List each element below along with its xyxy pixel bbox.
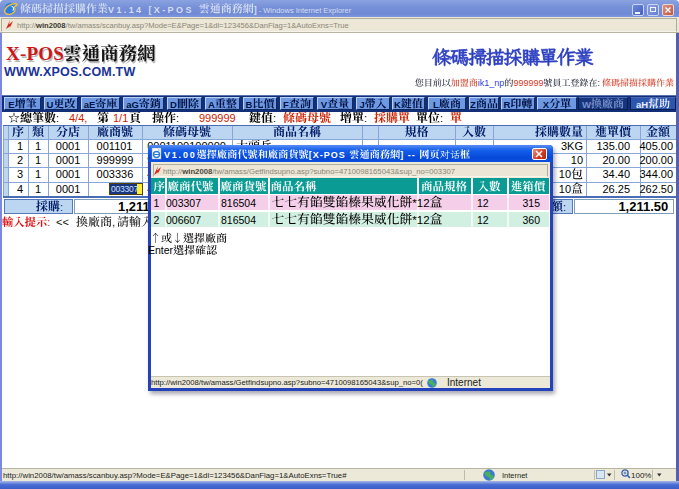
svg-text:1: 1 [154,197,160,209]
svg-text:2: 2 [154,214,160,226]
svg-text:V1.00: V1.00 [164,150,197,160]
svg-text:*12: *12 [412,197,429,209]
svg-text:Internet: Internet [447,377,481,388]
svg-text:360: 360 [523,214,541,226]
svg-text:816504: 816504 [221,197,256,209]
svg-text:315: 315 [523,197,541,209]
svg-text:win2008: win2008 [181,167,213,176]
svg-text:003307: 003307 [166,197,201,209]
svg-text:http://win2008/tw/amass/Getfin: http://win2008/tw/amass/Getfindsupno.asp… [151,378,423,387]
svg-text:Enter: Enter [148,244,174,256]
svg-text:[X-POS: [X-POS [309,150,346,160]
svg-text:12: 12 [477,214,489,226]
svg-text:http://: http:// [163,167,183,176]
svg-text:006607: 006607 [166,214,201,226]
svg-text:/tw/amass/Getfindsupno.asp?sub: /tw/amass/Getfindsupno.asp?subno=4710098… [212,167,455,176]
svg-text:816504: 816504 [221,214,256,226]
svg-text:12: 12 [477,197,489,209]
svg-text:] --: ] -- [400,150,416,160]
svg-text:*12: *12 [412,214,429,226]
